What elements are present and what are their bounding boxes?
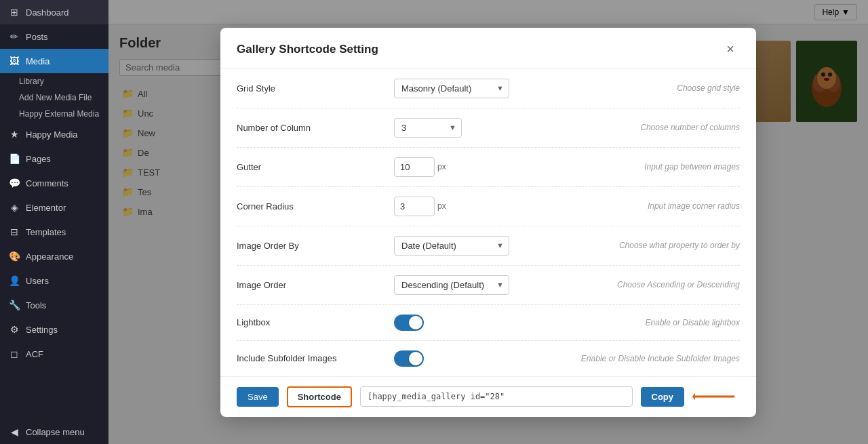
- sidebar-item-label: Collapse menu: [26, 427, 85, 437]
- corner-radius-label: Corner Radius: [237, 201, 386, 211]
- appearance-icon: 🎨: [8, 251, 20, 262]
- image-order-select-wrapper: Descending (Default) Ascending (Default)…: [394, 275, 509, 295]
- sidebar-item-comments[interactable]: 💬 Comments: [0, 171, 108, 195]
- modal-title: Gallery Shortcode Setting: [237, 43, 378, 56]
- happy-media-icon: ★: [8, 129, 20, 140]
- sidebar-item-dashboard[interactable]: ⊞ Dashboard: [0, 0, 108, 24]
- image-order-row: Image Order Descending (Default) Ascendi…: [237, 266, 740, 305]
- image-order-by-select[interactable]: Date (Default) Title Random: [394, 236, 509, 256]
- sidebar-item-label: Happy External Media: [19, 109, 99, 119]
- image-order-label: Image Order: [237, 280, 386, 290]
- modal-footer: Save Shortcode Copy: [220, 376, 756, 417]
- save-button[interactable]: Save: [237, 387, 279, 407]
- subfolder-control: [394, 350, 563, 367]
- sidebar-item-label: Posts: [26, 32, 48, 42]
- sidebar-item-collapse[interactable]: ◀ Collapse menu: [0, 420, 108, 444]
- corner-radius-suffix: px: [437, 201, 446, 211]
- modal-header: Gallery Shortcode Setting ×: [220, 28, 756, 69]
- corner-radius-control: px: [394, 197, 563, 216]
- lightbox-row: Lightbox Enable or Disable lightbox: [237, 305, 740, 341]
- subfolder-row: Include Subfolder Images Enable or Disab…: [237, 341, 740, 376]
- sidebar-item-elementor[interactable]: ◈ Elementor: [0, 195, 108, 220]
- arrow-icon: [692, 388, 740, 405]
- shortcode-label: Shortcode: [287, 386, 352, 407]
- subfolder-label: Include Subfolder Images: [237, 353, 386, 363]
- corner-radius-row: Corner Radius px Input image corner radi…: [237, 187, 740, 226]
- modal-body: Grid Style Masonry (Default) Grid Justif…: [220, 69, 756, 376]
- grid-style-select-wrapper: Masonry (Default) Grid Justified ▼: [394, 79, 509, 98]
- media-icon: 🖼: [8, 56, 20, 66]
- sidebar-item-appearance[interactable]: 🎨 Appearance: [0, 244, 108, 268]
- sidebar-item-settings[interactable]: ⚙ Settings: [0, 317, 108, 342]
- pages-icon: 📄: [8, 153, 20, 164]
- acf-icon: ◻: [8, 348, 20, 359]
- column-count-select[interactable]: 123456: [394, 118, 462, 138]
- image-order-by-select-wrapper: Date (Default) Title Random ▼: [394, 236, 509, 256]
- sidebar-item-label: Media: [26, 56, 50, 66]
- column-count-hint: Choose number of columns: [571, 123, 740, 132]
- sidebar-item-library[interactable]: Library: [0, 73, 108, 89]
- sidebar-item-label: Add New Media File: [19, 93, 92, 102]
- sidebar-item-label: Elementor: [26, 203, 66, 213]
- sidebar-item-media[interactable]: 🖼 Media: [0, 49, 108, 73]
- lightbox-control: [394, 315, 563, 331]
- gallery-shortcode-modal: Gallery Shortcode Setting × Grid Style M…: [220, 28, 756, 417]
- sidebar-item-acf[interactable]: ◻ ACF: [0, 342, 108, 366]
- tools-icon: 🔧: [8, 300, 20, 310]
- templates-icon: ⊟: [8, 226, 20, 237]
- lightbox-label: Lightbox: [237, 317, 386, 327]
- lightbox-toggle-label[interactable]: [394, 315, 424, 331]
- sidebar-item-users[interactable]: 👤 Users: [0, 268, 108, 293]
- image-order-hint: Choose Ascending or Descending: [571, 280, 740, 289]
- comments-icon: 💬: [8, 178, 20, 188]
- shortcode-value-input[interactable]: [360, 386, 633, 407]
- sidebar-item-label: Settings: [26, 325, 58, 335]
- sidebar-item-label: Templates: [26, 227, 66, 237]
- copy-button[interactable]: Copy: [641, 387, 685, 407]
- settings-icon: ⚙: [8, 324, 20, 335]
- sidebar-item-label: Dashboard: [26, 7, 69, 18]
- modal-overlay: Gallery Shortcode Setting × Grid Style M…: [108, 0, 868, 444]
- column-select-wrapper: 123456 ▼: [394, 118, 462, 138]
- subfolder-toggle-label[interactable]: [394, 350, 424, 367]
- sidebar-item-label: Tools: [26, 300, 46, 310]
- users-icon: 👤: [8, 275, 20, 286]
- main-content: Help ▼ Folder 📁 All 📁 Unc 📁 New 📁 De: [108, 0, 868, 444]
- sidebar-item-label: Happy Media: [26, 129, 78, 140]
- lightbox-hint: Enable or Disable lightbox: [571, 318, 740, 327]
- gutter-input[interactable]: [394, 157, 435, 177]
- sidebar-item-templates[interactable]: ⊟ Templates: [0, 220, 108, 244]
- grid-style-select[interactable]: Masonry (Default) Grid Justified: [394, 79, 509, 98]
- posts-icon: ✏: [8, 31, 20, 42]
- sidebar-item-posts[interactable]: ✏ Posts: [0, 24, 108, 49]
- elementor-icon: ◈: [8, 202, 20, 213]
- gutter-label: Gutter: [237, 162, 386, 172]
- sidebar-item-label: Users: [26, 276, 49, 286]
- sidebar-item-label: Pages: [26, 154, 51, 164]
- gutter-hint: Input gap between images: [571, 162, 740, 171]
- image-order-by-control: Date (Default) Title Random ▼: [394, 236, 563, 256]
- sidebar-item-happy-external-media[interactable]: Happy External Media: [0, 106, 108, 122]
- grid-style-label: Grid Style: [237, 83, 386, 94]
- image-order-by-hint: Choose what property to order by: [571, 241, 740, 250]
- image-order-by-row: Image Order By Date (Default) Title Rand…: [237, 226, 740, 266]
- column-count-row: Number of Column 123456 ▼ Choose number …: [237, 108, 740, 148]
- image-order-control: Descending (Default) Ascending (Default)…: [394, 275, 563, 295]
- svg-marker-9: [692, 393, 695, 401]
- sidebar-item-label: Comments: [26, 178, 68, 188]
- grid-style-row: Grid Style Masonry (Default) Grid Justif…: [237, 69, 740, 108]
- sidebar-item-add-new-media[interactable]: Add New Media File: [0, 89, 108, 106]
- arrow-indicator: [692, 388, 740, 405]
- dashboard-icon: ⊞: [8, 7, 20, 18]
- corner-radius-input[interactable]: [394, 197, 435, 216]
- gutter-control: px: [394, 157, 563, 177]
- sidebar-item-tools[interactable]: 🔧 Tools: [0, 293, 108, 317]
- gutter-suffix: px: [437, 162, 446, 171]
- column-count-label: Number of Column: [237, 123, 386, 133]
- sidebar-item-label: Appearance: [26, 251, 73, 262]
- sidebar-item-happy-media[interactable]: ★ Happy Media: [0, 122, 108, 146]
- column-count-control: 123456 ▼: [394, 118, 563, 138]
- image-order-select[interactable]: Descending (Default) Ascending (Default): [394, 275, 509, 295]
- sidebar-item-pages[interactable]: 📄 Pages: [0, 146, 108, 171]
- modal-close-button[interactable]: ×: [721, 40, 740, 59]
